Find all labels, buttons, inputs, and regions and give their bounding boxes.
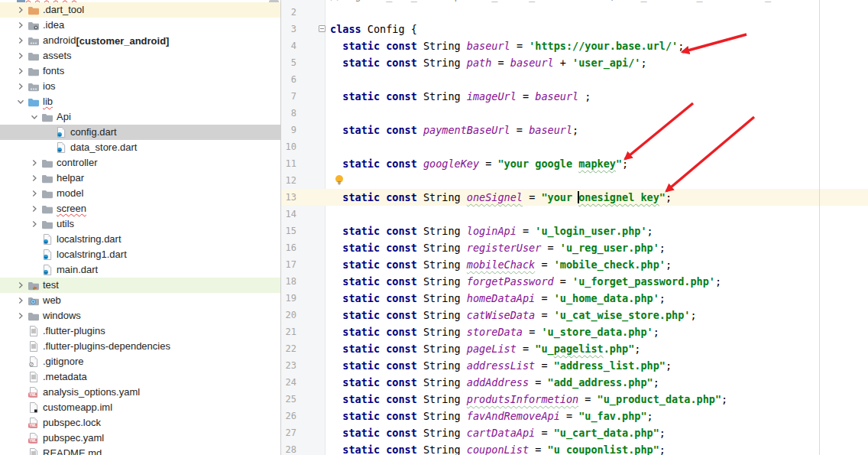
chevron-right-icon[interactable] [14, 4, 28, 16]
tree-item-web[interactable]: web [0, 293, 281, 308]
code-line-21[interactable]: static const String storeData = 'u_store… [330, 323, 802, 340]
tree-item-model[interactable]: model [0, 186, 281, 201]
folder-icon [41, 157, 53, 169]
tree-item-label: helpar [57, 172, 84, 184]
token-str: " [659, 191, 666, 203]
code-line-4[interactable]: static const String baseurl = 'https://y… [330, 37, 802, 54]
tree-item-config-dart[interactable]: config.dart [0, 125, 281, 140]
token-plain [330, 326, 342, 338]
tree-item--idea[interactable]: .idea [0, 18, 281, 33]
token-plain [330, 393, 342, 405]
code-line-12[interactable] [330, 172, 802, 189]
chevron-right-icon[interactable] [14, 310, 28, 322]
token-type: String [423, 309, 467, 321]
code-line-26[interactable]: static const String favAndRemoveApi = "u… [330, 408, 802, 424]
tree-item-android[interactable]: android [customer_android] [0, 33, 281, 48]
code-line-23[interactable]: static const String addressList = "addre… [330, 357, 802, 374]
code-line-24[interactable]: static const String addAddress = "add_ad… [330, 374, 802, 391]
code-line-6[interactable] [330, 71, 802, 88]
tree-item-label: .metadata [43, 371, 87, 383]
code-fold-icon[interactable] [319, 25, 326, 32]
tree-item--flutter-plugins[interactable]: .flutter-plugins [0, 323, 281, 339]
chevron-right-icon[interactable] [14, 50, 28, 62]
code-line-20[interactable]: static const String catWiseData = 'u_cat… [330, 307, 802, 323]
tree-item--flutter-plugins-dependencies[interactable]: .flutter-plugins-dependencies [0, 339, 281, 354]
line-number: 7 [281, 88, 296, 105]
tree-item-localstring1-dart[interactable]: localstring1.dart [0, 247, 281, 262]
tree-item--gitignore[interactable]: .gitignore [0, 354, 281, 369]
tree-item--metadata[interactable]: .metadata [0, 369, 281, 385]
chevron-right-icon[interactable] [14, 279, 28, 291]
code-line-10[interactable] [330, 138, 802, 155]
line-number: 18 [281, 273, 296, 290]
chevron-right-icon[interactable] [14, 294, 28, 307]
chevron-right-icon[interactable] [28, 157, 41, 169]
code-line-3[interactable]: class Config { [330, 21, 802, 37]
chevron-right-icon[interactable] [28, 218, 41, 230]
tree-item-api[interactable]: Api [0, 109, 281, 125]
folder-icon [41, 172, 53, 184]
chevron-down-icon[interactable] [14, 96, 28, 108]
token-str: "u_fav.php" [578, 410, 646, 422]
tree-item--dart-tool[interactable]: .dart_tool [0, 2, 281, 18]
code-line-28[interactable]: static const String couponList = "u_coup… [330, 441, 802, 455]
code-line-19[interactable]: static const String homeDataApi = 'u_hom… [330, 290, 802, 307]
code-line-9[interactable]: static const paymentBaseUrl = baseurl; [330, 122, 802, 138]
tree-item-helpar[interactable]: helpar [0, 171, 281, 186]
code-area[interactable]: // ignore_for_file: prefer_const_constru… [330, 0, 802, 455]
folder-icon [41, 203, 53, 215]
tree-item-main-dart[interactable]: main.dart [0, 262, 281, 278]
token-plain: = [491, 57, 510, 69]
token-kw: static const [342, 444, 423, 455]
tree-item-pubspec-yaml[interactable]: YMLpubspec.yaml [0, 431, 281, 446]
chevron-down-icon[interactable] [28, 111, 41, 123]
tree-item-lib[interactable]: lib [0, 94, 281, 109]
code-line-17[interactable]: static const String mobileChack = 'mobil… [330, 256, 802, 273]
code-line-7[interactable]: static const String imageUrl = baseurl ; [330, 88, 802, 105]
intention-bulb-icon[interactable] [334, 174, 345, 187]
chevron-right-icon[interactable] [14, 19, 28, 31]
code-line-22[interactable]: static const String pageList = "u_pageli… [330, 340, 802, 357]
code-line-8[interactable] [330, 105, 802, 122]
token-plain: ; [659, 292, 666, 304]
chevron-right-icon[interactable] [14, 80, 28, 93]
tree-item-label: .flutter-plugins [43, 325, 105, 337]
code-line-25[interactable]: static const String produtsInformetion =… [330, 391, 802, 408]
tree-item-localstring-dart[interactable]: localstring.dart [0, 232, 281, 247]
chevron-right-icon[interactable] [14, 65, 28, 77]
tree-item-test[interactable]: test [0, 278, 281, 293]
code-line-15[interactable]: static const String loginApi = 'u_login_… [330, 223, 802, 239]
token-plain: = [535, 258, 553, 271]
tree-item-assets[interactable]: assets [0, 48, 281, 63]
tree-item-screen[interactable]: screen [0, 201, 281, 216]
code-line-16[interactable]: static const String registerUser = 'u_re… [330, 239, 802, 256]
chevron-spacer [14, 401, 28, 414]
tree-item-customeapp-iml[interactable]: customeapp.iml [0, 400, 281, 415]
code-line-27[interactable]: static const String cartDataApi = "u_car… [330, 424, 802, 441]
tree-item-utils[interactable]: utils [0, 216, 281, 232]
token-type: String [423, 225, 467, 237]
chevron-right-icon[interactable] [14, 34, 28, 47]
code-line-18[interactable]: static const String forgetPassword = 'u_… [330, 273, 802, 290]
token-plain: ; [634, 343, 640, 355]
code-line-13[interactable]: static const String oneSignel = "your on… [330, 189, 802, 206]
tree-item-ios[interactable]: ios [0, 79, 281, 94]
code-line-1[interactable]: // ignore_for_file: prefer_const_constru… [330, 0, 802, 4]
tree-item-readme-md[interactable]: README.md [0, 446, 281, 455]
line-number: 16 [281, 239, 296, 256]
code-editor[interactable]: 1234567891011121314151617181920212223242… [281, 0, 868, 455]
code-line-14[interactable] [330, 206, 802, 223]
chevron-right-icon[interactable] [28, 172, 41, 184]
code-line-2[interactable] [330, 4, 802, 21]
tree-item-fonts[interactable]: fonts [0, 63, 281, 79]
tree-item-windows[interactable]: windows [0, 308, 281, 323]
chevron-spacer [14, 325, 28, 337]
chevron-right-icon[interactable] [28, 187, 41, 200]
code-line-5[interactable]: static const String path = baseurl + 'us… [330, 54, 802, 71]
code-line-11[interactable]: static const googleKey = "your google ma… [330, 155, 802, 172]
tree-item-analysis-options-yaml[interactable]: YMLanalysis_options.yaml [0, 385, 281, 400]
tree-item-data-store-dart[interactable]: data_store.dart [0, 140, 281, 155]
tree-item-controller[interactable]: controller [0, 155, 281, 171]
chevron-right-icon[interactable] [28, 203, 41, 215]
tree-item-pubspec-lock[interactable]: YMLpubspec.lock [0, 415, 281, 431]
